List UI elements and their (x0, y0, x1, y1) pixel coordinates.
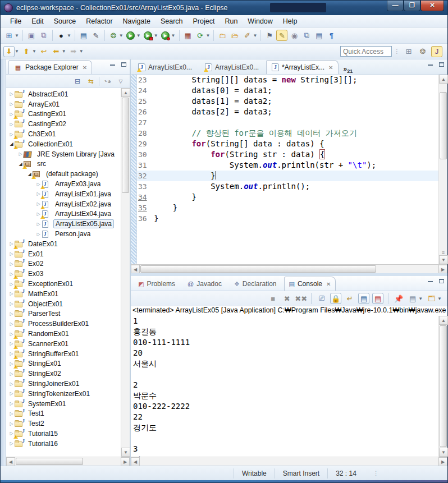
pin-console-icon[interactable]: 📌 (393, 293, 404, 304)
maximize-view-icon[interactable] (120, 62, 127, 69)
tab-problems[interactable]: ◩Problems (133, 277, 180, 291)
console-horizontal-scrollbar[interactable]: ◀ ▶ (131, 457, 447, 466)
menu-search[interactable]: Search (156, 16, 188, 26)
package-explorer-horizontal-scrollbar[interactable]: ◀ ▶ (6, 457, 130, 466)
tree-item-objectex01[interactable]: ▷JObjectEx01 (6, 299, 121, 309)
show-whitespace-icon[interactable]: ¶ (326, 30, 337, 41)
tree-item-exceptionex01[interactable]: ▷JExceptionEx01 (6, 279, 121, 289)
code-line-29[interactable]: 29 for(String[] data : datas) { (137, 139, 438, 149)
open-console-dropdown-icon-dropdown[interactable]: ▼ (437, 296, 442, 301)
expand-arrow-icon[interactable]: ▷ (8, 321, 15, 326)
tree-item-abstractex01[interactable]: ▷JAbstractEx01 (6, 89, 121, 99)
menu-refactor[interactable]: Refactor (81, 16, 117, 26)
previous-edit-icon[interactable]: ⬆ (21, 46, 32, 57)
tree-item-arraylistex02-java[interactable]: ▷ArrayListEx02.java (6, 199, 121, 209)
editor-horizontal-scrollbar[interactable]: ◀ ▶ (131, 264, 447, 273)
tree-item-jre-system-library-java[interactable]: ▷JRE System Library [Java (6, 149, 121, 159)
tree-item-test1[interactable]: ▷JTest1 (6, 409, 121, 419)
close-icon[interactable]: ✕ (328, 65, 333, 71)
scroll-lock-icon[interactable]: 🔒 (330, 293, 341, 304)
tree-item-stringbufferex01[interactable]: ▷JStringBufferEx01 (6, 349, 121, 359)
new-wizard-icon-dropdown[interactable]: ▼ (15, 33, 19, 38)
debug-perspective-icon[interactable]: ❂ (417, 46, 428, 57)
user-icon[interactable]: ● (56, 30, 67, 41)
tree-item-randomex01[interactable]: ▷JRandomEx01 (6, 329, 121, 339)
tree-item-castingex01[interactable]: ▷JCastingEx01 (6, 109, 121, 119)
tree-item-ex02[interactable]: ▷JEx02 (6, 259, 121, 269)
expand-arrow-icon[interactable]: ▷ (8, 381, 15, 387)
tree-item-systemex01[interactable]: ▷JSystemEx01 (6, 399, 121, 409)
expand-arrow-icon[interactable]: ▷ (8, 371, 15, 376)
tree-item-dateex01[interactable]: ▷JDateEx01 (6, 239, 121, 249)
menu-run[interactable]: Run (220, 16, 243, 26)
scroll-up-icon[interactable]: ▲ (439, 316, 448, 325)
filters-icon[interactable]: ◔◕ (102, 76, 112, 86)
tree-item-arraylistex05-java[interactable]: ▷ArrayListEx05.java (6, 219, 121, 229)
new-wizard-icon[interactable]: ⊞ (3, 30, 15, 41)
tree-item-arraylistex04-java[interactable]: ▷ArrayListEx04.java (6, 209, 121, 219)
link-dots-icon[interactable]: ◉ (289, 30, 300, 41)
maximize-view-icon[interactable] (437, 62, 445, 69)
open-console-dropdown-icon[interactable]: 🗔 (426, 293, 437, 304)
show-stdout-icon[interactable]: ▤ (358, 293, 369, 304)
tab-declaration[interactable]: ❖Declaration (229, 277, 282, 291)
menu-source[interactable]: Source (49, 16, 81, 26)
tree-item-ex03[interactable]: ▷JEx03 (6, 269, 121, 279)
tab-console[interactable]: ▤Console✕ (284, 277, 336, 291)
code-line-33[interactable]: 33 System.out.println(); (137, 181, 438, 192)
close-icon[interactable]: ✕ (83, 65, 87, 71)
terminate-icon[interactable]: ■ (267, 293, 278, 304)
collapse-all-icon[interactable]: ⊟ (72, 76, 83, 86)
code-editor[interactable]: 23 String[][] datas = new String[3][];24… (131, 75, 447, 264)
menu-project[interactable]: Project (188, 16, 220, 26)
next-annotation-icon[interactable]: ⧉ (301, 30, 312, 41)
menu-file[interactable]: File (5, 16, 26, 26)
profile-icon-dropdown[interactable]: ▼ (171, 33, 176, 38)
editor-tab-0[interactable]: ArrayListEx0... (132, 60, 198, 74)
show-list-icon[interactable]: ▤ (313, 30, 324, 41)
minimize-button[interactable]: — (387, 1, 404, 11)
expand-arrow-icon[interactable]: ▷ (8, 251, 15, 256)
next-edit-icon-dropdown[interactable]: ▼ (15, 49, 19, 54)
tree-item-arrayex01[interactable]: ▷JArrayEx01 (6, 99, 121, 109)
expand-arrow-icon[interactable]: ▷ (8, 391, 15, 396)
search-brush-icon[interactable]: ✐ (241, 30, 253, 41)
scroll-down-icon[interactable]: ▼ (439, 448, 448, 457)
scroll-up-icon[interactable]: ▲ (121, 88, 130, 97)
refresh-icon-dropdown[interactable]: ▼ (206, 33, 211, 38)
tree-item-stringtokenizerex01[interactable]: ▷JStringTokenizerEx01 (6, 389, 121, 399)
show-stderr-icon[interactable]: ▤ (372, 293, 383, 304)
tree-item-castingex02[interactable]: ▷JCastingEx02 (6, 119, 121, 129)
code-line-36[interactable]: 36} (137, 213, 438, 224)
display-console-icon-dropdown[interactable]: ▼ (418, 296, 423, 301)
display-console-icon[interactable]: ▤ (407, 293, 418, 304)
expand-arrow-icon[interactable]: ▷ (8, 411, 15, 416)
code-line-31[interactable]: 31 System.out.println(str + "\t"); (137, 160, 438, 171)
tree-item-person-java[interactable]: ▷Person.java (6, 229, 121, 239)
open-console-icon[interactable]: ▤ (78, 30, 89, 41)
expand-arrow-icon[interactable]: ▷ (8, 122, 15, 127)
menu-help[interactable]: Help (278, 16, 303, 26)
code-line-35[interactable]: 35 } (137, 203, 438, 213)
debug-icon-dropdown[interactable]: ▼ (119, 33, 124, 38)
code-line-32[interactable]: 32 } (137, 171, 438, 181)
view-menu-icon[interactable]: ▽ (116, 76, 126, 86)
tree-item-processbuilderex01[interactable]: ▷JProcessBuilderEx01 (6, 319, 121, 329)
scroll-down-icon[interactable]: ▼ (439, 255, 448, 264)
code-line-26[interactable]: 26 datas[2] = data3; (137, 107, 438, 117)
save-all-icon[interactable]: ⧉ (38, 30, 49, 41)
code-line-23[interactable]: 23 String[][] datas = new String[3][]; (137, 75, 438, 85)
open-resource-icon[interactable]: 🗁 (229, 30, 240, 41)
expand-arrow-icon[interactable]: ▷ (8, 91, 15, 96)
tree-item-test2[interactable]: ▷JTest2 (6, 418, 121, 429)
code-line-30[interactable]: 30 for(String str : data) { (137, 149, 438, 160)
close-icon[interactable]: ✕ (326, 281, 331, 287)
scroll-right-icon[interactable]: ▶ (121, 457, 130, 466)
editor-tab-1[interactable]: ArrayListEx0... (199, 60, 264, 74)
menu-window[interactable]: Window (243, 16, 277, 26)
tree-item-collectionex01[interactable]: ◢JCollectionEx01 (6, 139, 121, 149)
package-explorer-vertical-scrollbar[interactable]: ▲ ▼ (121, 88, 130, 457)
expand-arrow-icon[interactable]: ▷ (35, 232, 42, 237)
scroll-left-icon[interactable]: ◀ (131, 457, 140, 466)
tab-overflow-indicator[interactable]: »21 (343, 65, 353, 74)
